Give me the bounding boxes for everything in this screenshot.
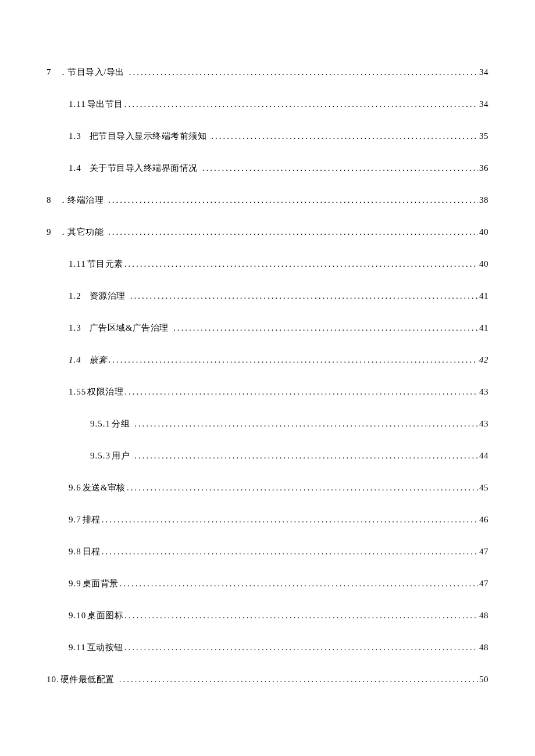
toc-page-number: 45 — [479, 482, 488, 493]
toc-label: 1.4关于节目导入终端界面情况 — [69, 163, 201, 173]
toc-leader-dots — [127, 482, 478, 493]
toc-page-number: 44 — [479, 450, 488, 461]
toc-page-number: 35 — [479, 131, 488, 141]
toc-label: 9．其它功能 — [47, 227, 107, 237]
toc-page-number: 46 — [479, 514, 488, 525]
toc-number: 9.11 — [69, 642, 86, 653]
toc-page-number: 43 — [479, 386, 488, 397]
toc-title: 节目导入/导出 — [67, 67, 124, 77]
toc-entry: 1.2资源治理41 — [47, 291, 488, 301]
toc-page-number: 40 — [479, 259, 488, 269]
toc-entry: 1.11节目元素40 — [47, 259, 488, 269]
toc-entry: 9．其它功能40 — [47, 227, 488, 237]
toc-number: 9.5.1 — [90, 418, 110, 429]
toc-number: 1.4 — [69, 163, 81, 173]
toc-label: 9.8日程 — [69, 546, 101, 557]
toc-leader-dots — [109, 354, 478, 365]
toc-leader-dots — [119, 674, 478, 685]
toc-entry: 1.11导出节目34 — [47, 99, 488, 109]
toc-title: 分组 — [112, 419, 130, 428]
toc-label: 8．终端治理 — [47, 195, 107, 205]
toc-page-number: 43 — [479, 418, 488, 429]
toc-title: 关于节目导入终端界面情况 — [90, 163, 198, 173]
toc-title: 日程 — [83, 547, 101, 556]
toc-title: 终端治理 — [67, 195, 104, 205]
toc-leader-dots — [129, 67, 478, 77]
toc-page-number: 40 — [479, 227, 488, 237]
toc-title: 硬件最低配置 — [60, 675, 115, 684]
toc-page-number: 41 — [479, 323, 488, 333]
toc-page-number: 36 — [479, 163, 488, 173]
toc-label: 9.5.3用户 — [90, 450, 133, 461]
toc-entry: 1.3把节目导入显示终端考前须知35 — [47, 131, 488, 141]
toc-number: 9.8 — [69, 546, 81, 557]
toc-leader-dots — [108, 227, 478, 237]
toc-title: 互动按钮 — [87, 643, 123, 652]
toc-title: 权限治理 — [87, 387, 123, 396]
toc-entry: 1.4嵌套42 — [47, 354, 488, 365]
toc-list: 7．节目导入/导出341.11导出节目341.3把节目导入显示终端考前须知351… — [47, 67, 488, 685]
toc-label: 9.10桌面图标 — [69, 610, 123, 621]
toc-leader-dots — [108, 195, 478, 205]
toc-label: 1.2资源治理 — [69, 291, 129, 301]
toc-number: 1.55 — [69, 386, 86, 397]
toc-number: 1.4 — [69, 354, 81, 365]
toc-page-number: 48 — [479, 642, 488, 653]
toc-label: 10.硬件最低配置 — [47, 674, 118, 685]
toc-title: 导出节目 — [87, 99, 123, 109]
toc-number: 10. — [47, 674, 59, 685]
toc-entry: 9.8日程47 — [47, 546, 488, 557]
toc-leader-dots — [124, 99, 478, 109]
toc-number: 9.9 — [69, 578, 81, 589]
toc-number: 7 — [47, 67, 52, 77]
toc-number: 9.7 — [69, 514, 81, 525]
toc-label: 1.3把节目导入显示终端考前须知 — [69, 131, 210, 141]
toc-leader-dots — [134, 450, 478, 461]
toc-entry: 1.55权限治理43 — [47, 386, 488, 397]
toc-entry: 9.10桌面图标48 — [47, 610, 488, 621]
toc-entry: 9.5.3用户44 — [47, 450, 488, 461]
toc-entry: 9.5.1分组43 — [47, 418, 488, 429]
toc-page-number: 47 — [479, 578, 488, 589]
toc-leader-dots — [211, 131, 478, 141]
toc-title: 节目元素 — [87, 259, 123, 268]
toc-entry: 1.3广告区域&广告治理41 — [47, 323, 488, 333]
toc-number: 1.11 — [69, 99, 86, 109]
toc-entry: 9.6发送&审核45 — [47, 482, 488, 493]
toc-leader-dots — [102, 514, 478, 525]
toc-label: 1.11节目元素 — [69, 259, 123, 269]
toc-title: 桌面背景 — [83, 579, 119, 588]
toc-leader-dots — [124, 610, 478, 621]
toc-leader-dots — [202, 163, 478, 173]
toc-page-number: 50 — [479, 674, 488, 685]
toc-page-number: 41 — [479, 291, 488, 301]
toc-label: 9.7排程 — [69, 514, 101, 525]
toc-title: 桌面图标 — [87, 611, 123, 620]
toc-separator: ． — [59, 227, 68, 237]
toc-page-number: 34 — [479, 67, 488, 77]
toc-label: 9.6发送&审核 — [69, 482, 126, 493]
toc-label: 1.3广告区域&广告治理 — [69, 323, 172, 333]
toc-entry: 9.7排程46 — [47, 514, 488, 525]
toc-entry: 8．终端治理38 — [47, 195, 488, 205]
toc-leader-dots — [124, 642, 478, 653]
toc-leader-dots — [124, 259, 478, 269]
toc-separator: ． — [59, 195, 68, 205]
toc-leader-dots — [124, 386, 478, 397]
toc-number: 9.10 — [69, 610, 86, 621]
toc-title: 其它功能 — [67, 227, 104, 237]
toc-title: 嵌套 — [90, 355, 108, 364]
toc-entry: 9.11互动按钮48 — [47, 642, 488, 653]
toc-label: 1.11导出节目 — [69, 99, 123, 109]
toc-title: 用户 — [112, 451, 130, 460]
toc-entry: 10.硬件最低配置50 — [47, 674, 488, 685]
toc-separator: ． — [59, 67, 68, 77]
toc-number: 9.5.3 — [90, 450, 110, 461]
toc-number: 1.2 — [69, 291, 81, 301]
toc-page-number: 48 — [479, 610, 488, 621]
toc-page: 7．节目导入/导出341.11导出节目341.3把节目导入显示终端考前须知351… — [0, 0, 535, 685]
toc-leader-dots — [120, 578, 478, 589]
toc-leader-dots — [130, 291, 478, 301]
toc-label: 1.4嵌套 — [69, 354, 108, 365]
toc-page-number: 42 — [479, 354, 488, 365]
